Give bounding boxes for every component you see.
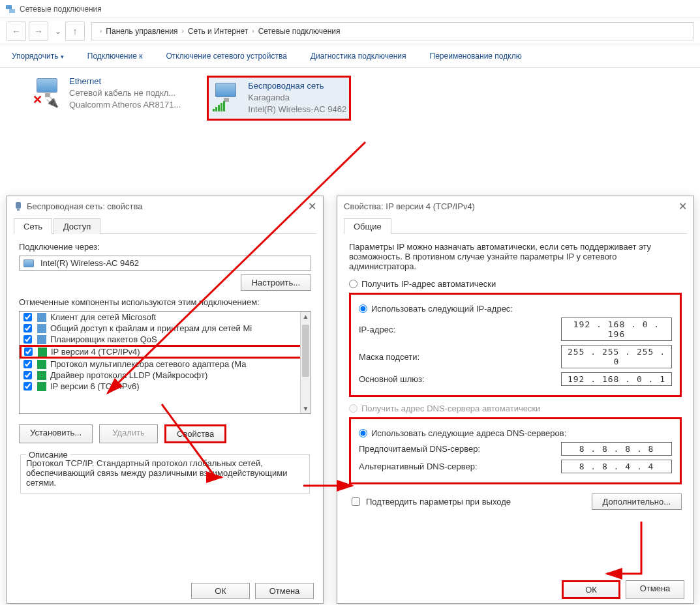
- component-list[interactable]: Клиент для сетей Microsoft Общий доступ …: [19, 311, 311, 414]
- component-checkbox[interactable]: [23, 313, 32, 321]
- toolbar-connect[interactable]: Подключение к: [87, 52, 143, 61]
- navigation-bar: ← → ⌄ ↑ › Панель управления › Сеть и Инт…: [0, 18, 700, 44]
- cancel-button[interactable]: Отмена: [255, 583, 314, 599]
- scrollbar[interactable]: ▲ ▼: [300, 312, 311, 413]
- nav-back-button[interactable]: ←: [7, 22, 26, 41]
- nav-up-button[interactable]: ↑: [65, 22, 85, 41]
- component-checkbox[interactable]: [23, 382, 32, 391]
- address-bar[interactable]: › Панель управления › Сеть и Интернет › …: [91, 22, 693, 40]
- window-titlebar: Сетевые подключения: [0, 0, 700, 18]
- dialog-title: Беспроводная сеть: свойства: [27, 201, 143, 211]
- adapter-name: Беспроводная сеть: [248, 80, 346, 92]
- properties-button[interactable]: Свойства: [164, 424, 226, 443]
- dns2-input[interactable]: 8 . 8 . 4 . 4: [561, 460, 672, 473]
- adapter-list: ✕ 🔌 Ethernet Сетевой кабель не подкл... …: [0, 68, 700, 128]
- nav-forward-button[interactable]: →: [29, 22, 48, 41]
- radio-auto-ip[interactable]: Получить IP-адрес автоматически: [349, 279, 682, 289]
- chevron-right-icon[interactable]: ›: [100, 27, 102, 35]
- configure-button[interactable]: Настроить...: [241, 274, 311, 291]
- breadcrumb-item[interactable]: Сетевые подключения: [258, 27, 341, 36]
- client-icon: [37, 313, 46, 322]
- adapter-status: Сетевой кабель не подкл...: [69, 87, 181, 99]
- connect-using-field[interactable]: Intel(R) Wireless-AC 9462: [19, 256, 311, 271]
- svg-rect-5: [17, 209, 20, 211]
- install-button[interactable]: Установить...: [19, 424, 93, 443]
- error-x-icon: ✕: [33, 93, 42, 107]
- list-item: Клиент для сетей Microsoft: [20, 312, 311, 323]
- tab-general[interactable]: Общие: [344, 218, 391, 234]
- mask-input[interactable]: 255 . 255 . 255 . 0: [561, 345, 672, 368]
- description-text: Протокол TCP/IP. Стандартный протокол гл…: [26, 458, 304, 488]
- ok-button[interactable]: ОК: [191, 583, 250, 599]
- ok-button[interactable]: ОК: [562, 580, 620, 599]
- radio-use-dns[interactable]: Использовать следующие адреса DNS-сервер…: [359, 428, 672, 438]
- components-label: Отмеченные компоненты используются этим …: [19, 297, 311, 307]
- network-connections-icon: [5, 4, 16, 14]
- component-checkbox[interactable]: [24, 347, 33, 356]
- tab-sharing[interactable]: Доступ: [53, 218, 100, 234]
- toolbar-rename[interactable]: Переименование подклю: [430, 52, 522, 61]
- chevron-right-icon[interactable]: ›: [252, 27, 254, 35]
- adapter-properties-dialog: Беспроводная сеть: свойства ✕ Сеть Досту…: [7, 196, 324, 604]
- ipv4-properties-dialog: Свойства: IP версии 4 (TCP/IPv4) ✕ Общие…: [337, 196, 694, 604]
- radio-use-ip[interactable]: Использовать следующий IP-адрес:: [359, 304, 672, 314]
- manual-dns-group: Использовать следующие адреса DNS-сервер…: [349, 417, 682, 484]
- intro-text: Параметры IP можно назначать автоматичес…: [349, 242, 682, 271]
- gateway-input[interactable]: 192 . 168 . 0 . 1: [561, 372, 672, 386]
- advanced-button[interactable]: Дополнительно...: [592, 494, 682, 510]
- gateway-label: Основной шлюз:: [359, 374, 425, 384]
- component-checkbox[interactable]: [23, 335, 32, 344]
- adapter-wifi[interactable]: Беспроводная сеть Karaganda Intel(R) Wir…: [207, 76, 351, 121]
- list-item: IP версии 6 (TCP/IPv6): [20, 381, 311, 392]
- component-checkbox[interactable]: [23, 324, 32, 332]
- protocol-icon: [38, 347, 47, 357]
- tab-network[interactable]: Сеть: [14, 218, 52, 234]
- scroll-up-icon[interactable]: ▲: [301, 313, 311, 320]
- breadcrumb-item[interactable]: Сеть и Интернет: [188, 27, 248, 36]
- close-button[interactable]: ✕: [297, 200, 316, 213]
- nav-history-dropdown[interactable]: ⌄: [55, 27, 61, 36]
- toolbar-organize[interactable]: Упорядочить ▾: [12, 52, 64, 61]
- svg-rect-0: [6, 5, 12, 9]
- qos-icon: [37, 335, 46, 344]
- dns1-input[interactable]: 8 . 8 . 8 . 8: [561, 442, 672, 456]
- dialog-title: Свойства: IP версии 4 (TCP/IPv4): [344, 201, 475, 211]
- list-item: Протокол мультиплексора сетевого адаптер…: [20, 359, 311, 370]
- component-checkbox[interactable]: [23, 371, 32, 379]
- dns2-label: Альтернативный DNS-сервер:: [359, 462, 478, 471]
- scroll-down-icon[interactable]: ▼: [301, 405, 311, 412]
- dns1-label: Предпочитаемый DNS-сервер:: [359, 444, 480, 454]
- window-title: Сетевые подключения: [20, 5, 102, 14]
- adapter-device: Intel(R) Wireless-AC 9462: [248, 104, 346, 115]
- toolbar-disable[interactable]: Отключение сетевого устройства: [166, 52, 286, 61]
- breadcrumb-item[interactable]: Панель управления: [106, 27, 177, 36]
- monitor-icon: [215, 83, 236, 97]
- adapter-icon: [14, 201, 23, 211]
- monitor-icon: [37, 78, 57, 93]
- list-item: Общий доступ к файлам и принтерам для се…: [20, 323, 311, 334]
- list-item: Драйвер протокола LLDP (Майкрософт): [20, 370, 311, 381]
- list-item-ipv4: IP версии 4 (TCP/IPv4): [20, 345, 311, 359]
- toolbar-diagnose[interactable]: Диагностика подключения: [311, 52, 406, 61]
- toolbar: Упорядочить ▾ Подключение к Отключение с…: [0, 44, 700, 68]
- cable-icon: 🔌: [46, 96, 59, 108]
- remove-button[interactable]: Удалить: [99, 424, 158, 443]
- chevron-right-icon[interactable]: ›: [182, 27, 184, 35]
- ip-input[interactable]: 192 . 168 . 0 . 196: [561, 317, 672, 341]
- description-group: Описание Протокол TCP/IP. Стандартный пр…: [20, 450, 310, 494]
- adapter-ethernet[interactable]: ✕ 🔌 Ethernet Сетевой кабель не подкл... …: [33, 76, 181, 121]
- svg-rect-4: [16, 202, 21, 209]
- close-button[interactable]: ✕: [667, 200, 687, 213]
- scroll-thumb[interactable]: [302, 325, 309, 377]
- protocol-icon: [37, 371, 46, 380]
- list-item: Планировщик пакетов QoS: [20, 334, 311, 345]
- ip-label: IP-адрес:: [359, 325, 395, 334]
- protocol-icon: [37, 360, 46, 369]
- connect-using-label: Подключение через:: [19, 242, 311, 252]
- cancel-button[interactable]: Отмена: [626, 580, 684, 599]
- validate-checkbox[interactable]: Подтвердить параметры при выходе: [349, 495, 511, 508]
- component-checkbox[interactable]: [23, 360, 32, 368]
- wifi-signal-icon: [213, 101, 225, 111]
- adapter-status: Karaganda: [248, 92, 346, 104]
- adapter-small-icon: [23, 259, 34, 267]
